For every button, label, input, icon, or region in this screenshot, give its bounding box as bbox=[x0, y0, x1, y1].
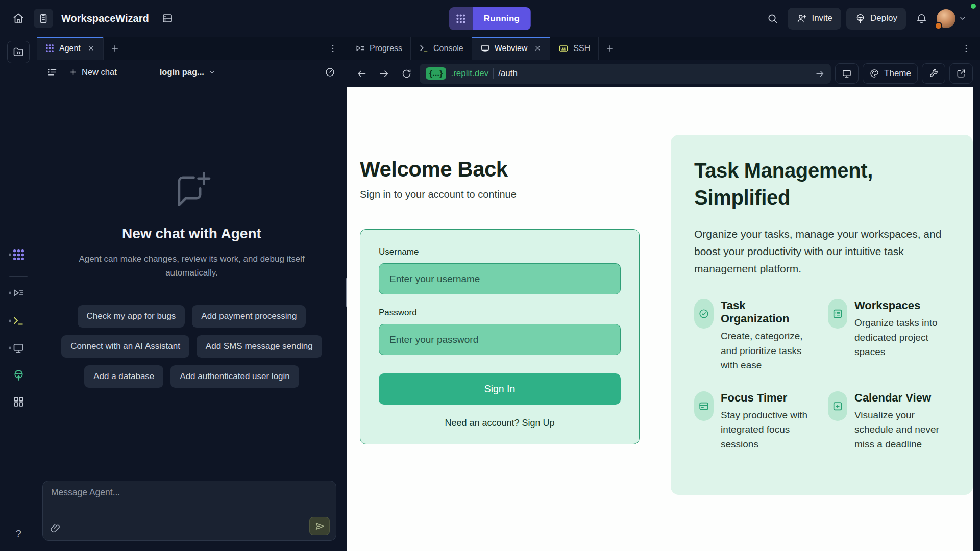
feature-title: Task Organization bbox=[721, 299, 816, 325]
home-button[interactable] bbox=[8, 8, 29, 29]
webview-page: Welcome Back Sign in to your account to … bbox=[347, 87, 973, 551]
page-subtitle: Sign in to your account to continue bbox=[360, 189, 517, 201]
replit-ai-logo-icon bbox=[449, 7, 473, 30]
chat-history-button[interactable] bbox=[43, 64, 62, 81]
external-link-icon bbox=[956, 68, 966, 79]
usage-gauge-button[interactable] bbox=[321, 64, 339, 81]
feature-description: Stay productive with integrated focus se… bbox=[721, 408, 816, 452]
run-status-button[interactable]: Running bbox=[449, 7, 531, 30]
app-title: WorkspaceWizard bbox=[61, 13, 149, 24]
paperclip-icon bbox=[50, 523, 61, 534]
tab-agent-label: Agent bbox=[59, 44, 81, 53]
tab-console[interactable]: Console bbox=[411, 37, 472, 60]
monitor-icon bbox=[480, 43, 490, 53]
monitor-icon bbox=[842, 68, 852, 79]
workspace-layout-button[interactable] bbox=[157, 8, 178, 29]
message-composer[interactable] bbox=[42, 481, 336, 541]
recording-indicator-dot bbox=[971, 4, 976, 9]
presence-dot bbox=[9, 347, 11, 349]
rail-agent-button[interactable] bbox=[0, 247, 37, 262]
feature-grid: Task Organization Create, categorize, an… bbox=[694, 299, 949, 452]
timer-card-icon bbox=[694, 391, 714, 421]
workspace-panel-menu-button[interactable] bbox=[958, 37, 975, 60]
feature-title: Workspaces bbox=[854, 299, 949, 312]
tab-progress[interactable]: Progress bbox=[347, 37, 411, 60]
url-input[interactable]: {...} .replit.dev /auth bbox=[420, 64, 831, 84]
rail-webview-button[interactable] bbox=[0, 340, 37, 356]
sign-in-button[interactable]: Sign In bbox=[379, 373, 621, 405]
close-icon[interactable] bbox=[534, 44, 542, 52]
username-field[interactable] bbox=[379, 263, 621, 294]
settings-wrench-button[interactable] bbox=[922, 63, 945, 84]
feature-description: Create, categorize, and prioritize tasks… bbox=[721, 329, 816, 373]
send-icon bbox=[314, 521, 325, 532]
check-circle-icon bbox=[694, 299, 714, 329]
new-tab-button[interactable] bbox=[104, 37, 126, 60]
url-separator bbox=[493, 68, 494, 79]
agent-toolbar: New chat login pag... bbox=[37, 60, 347, 84]
rail-console-button[interactable] bbox=[0, 313, 37, 329]
empty-state-description: Agent can make changes, review its work,… bbox=[72, 252, 312, 280]
left-tool-rail: ? bbox=[0, 37, 37, 551]
new-tab-button[interactable] bbox=[599, 37, 621, 60]
search-button[interactable] bbox=[762, 8, 782, 29]
suggestion-chip[interactable]: Add payment processing bbox=[192, 305, 306, 328]
calendar-plus-icon bbox=[828, 391, 847, 421]
deploy-button[interactable]: Deploy bbox=[846, 8, 906, 30]
suggestion-chip[interactable]: Add SMS message sending bbox=[197, 335, 322, 358]
new-chat-button[interactable]: New chat bbox=[65, 64, 121, 80]
rail-deployments-button[interactable] bbox=[0, 367, 37, 383]
suggestion-chip[interactable]: Add authenticated user login bbox=[170, 365, 299, 388]
password-field[interactable] bbox=[379, 324, 621, 355]
top-bar: WorkspaceWizard Running Invite Deploy bbox=[0, 0, 980, 37]
forward-button[interactable] bbox=[375, 64, 393, 83]
help-button[interactable]: ? bbox=[0, 528, 37, 540]
tab-webview[interactable]: Webview bbox=[472, 37, 551, 60]
deploy-label: Deploy bbox=[870, 13, 897, 23]
agent-panel-menu-button[interactable] bbox=[324, 37, 341, 60]
chat-selector-label: login pag... bbox=[160, 67, 204, 77]
close-icon[interactable] bbox=[87, 44, 95, 52]
suggestion-chip[interactable]: Connect with an AI Assistant bbox=[61, 335, 189, 358]
go-arrow-icon[interactable] bbox=[815, 69, 825, 79]
promo-card: Task Management, Simplified Organize you… bbox=[671, 135, 973, 495]
refresh-button[interactable] bbox=[397, 64, 415, 83]
back-button[interactable] bbox=[352, 64, 371, 83]
suggestion-chips: Check my app for bugs Add payment proces… bbox=[37, 305, 347, 388]
console-icon bbox=[419, 43, 429, 53]
rail-progress-button[interactable] bbox=[0, 285, 37, 300]
invite-button[interactable]: Invite bbox=[788, 8, 841, 30]
attach-file-button[interactable] bbox=[50, 523, 61, 534]
password-label: Password bbox=[379, 308, 621, 318]
chat-plus-icon bbox=[170, 168, 214, 212]
sign-up-link[interactable]: Need an account? Sign Up bbox=[379, 418, 621, 429]
palette-icon bbox=[869, 68, 879, 79]
wrench-icon bbox=[928, 68, 939, 79]
account-menu[interactable] bbox=[937, 9, 967, 28]
suggestion-chip[interactable]: Add a database bbox=[84, 365, 163, 388]
person-plus-icon bbox=[796, 13, 807, 24]
app-icon bbox=[34, 9, 53, 28]
tab-agent[interactable]: Agent bbox=[37, 37, 104, 60]
monitor-icon bbox=[12, 342, 24, 354]
avatar bbox=[937, 9, 955, 28]
new-chat-label: New chat bbox=[82, 67, 117, 77]
theme-button[interactable]: Theme bbox=[863, 63, 918, 84]
chat-selector-dropdown[interactable]: login pag... bbox=[160, 67, 216, 77]
suggestion-chip[interactable]: Check my app for bugs bbox=[78, 305, 185, 328]
tab-ssh[interactable]: SSH bbox=[550, 37, 599, 60]
message-input[interactable] bbox=[51, 487, 328, 514]
rail-all-tools-button[interactable] bbox=[0, 394, 37, 409]
list-box-icon bbox=[828, 299, 847, 329]
send-message-button[interactable] bbox=[309, 517, 330, 535]
feature-title: Calendar View bbox=[854, 391, 949, 405]
open-external-button[interactable] bbox=[949, 63, 973, 84]
webview-url-bar: {...} .replit.dev /auth Theme bbox=[347, 60, 980, 87]
keyboard-icon bbox=[558, 43, 569, 54]
notifications-button[interactable] bbox=[911, 8, 932, 29]
file-tree-toggle-button[interactable] bbox=[7, 41, 30, 63]
devtools-button[interactable] bbox=[835, 63, 859, 84]
tab-progress-label: Progress bbox=[370, 44, 402, 53]
grid-icon bbox=[12, 395, 25, 408]
workspace-panel: Progress Console Webview SSH {...} .repl… bbox=[347, 37, 980, 551]
